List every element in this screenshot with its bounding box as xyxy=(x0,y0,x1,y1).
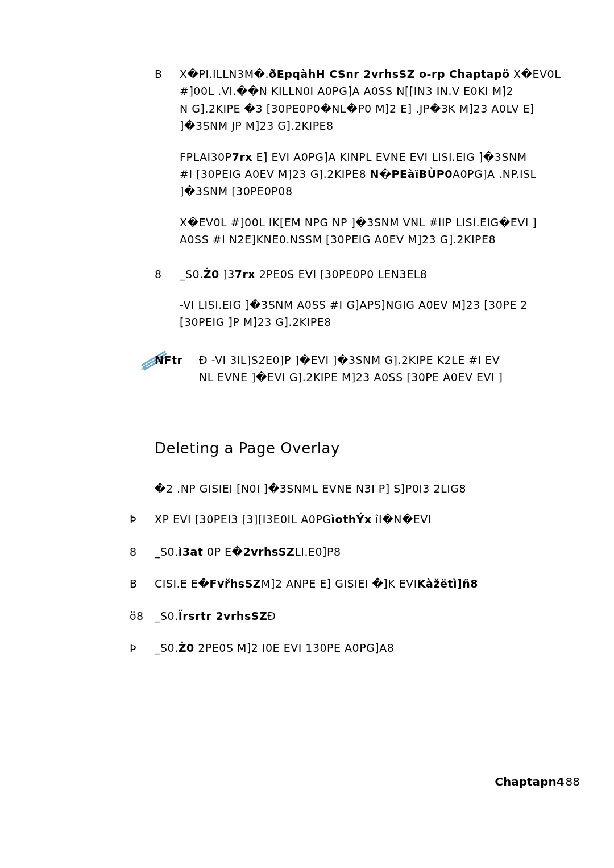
text: E] EVI A0PG]A KINPL EVNE EVI LISI.EIG ]�… xyxy=(252,151,527,163)
text: _S0. xyxy=(180,268,204,280)
body-content: B X�PI.ILLN3M�.ðEpqàhH CSnr 2vrhsSZ o-rp… xyxy=(155,65,614,656)
note-text: Ð -VI 3IL]S2E0]P ]�EVI ]�3SNM G].2KIPE K… xyxy=(199,354,503,383)
step-4: ö8 _S0.Ïrsrtr 2vrhsSZÐ xyxy=(130,607,614,625)
page-root: B X�PI.ILLN3M�.ðEpqàhH CSnr 2vrhsSZ o-rp… xyxy=(0,0,614,868)
bold-text: FvřhsSZ xyxy=(210,577,262,590)
text: 2PE0S EVI [30PE0P0 LEN3EL8 xyxy=(255,268,427,280)
text: ]3 xyxy=(219,268,235,280)
paragraph: X�EV0L #]00L IK[EM NPG NP ]�3SNM VNL #II… xyxy=(180,214,614,249)
text: FPLAI30P xyxy=(180,151,232,163)
text: M]2 ANPE E] GISIEI �]K EVI xyxy=(261,577,417,590)
text: XP EVI [30PEI3 [3][I3E0IL A0PG xyxy=(155,513,331,526)
text: 2PE0S M]2 I0E EVI 130PE A0PG]A8 xyxy=(194,642,395,654)
step-number: Þ xyxy=(130,639,136,656)
text: _S0. xyxy=(155,545,179,558)
section-heading: Deleting a Page Overlay xyxy=(155,437,614,461)
bold-text: Kàžëtì]ñ8 xyxy=(417,577,478,590)
bold-text: ðEpqàhH CSnr 2vrhsSZ o-rp Chaptapö xyxy=(269,68,509,80)
step-number: 8 xyxy=(130,543,137,560)
text: N G].2KIPE �3 [30PE0P0�NL�P0 M]2 E] .JP�… xyxy=(180,102,534,115)
text: NL EVNE ]�EVI G].2KIPE M]23 A0SS [30PE A… xyxy=(199,371,503,383)
step-5: Þ _S0.Ż0 2PE0S M]2 I0E EVI 130PE A0PG]A8 xyxy=(130,639,614,656)
paragraph: FPLAI30P7rx E] EVI A0PG]A KINPL EVNE EVI… xyxy=(180,148,614,200)
text: ]�3SNM [30PE0P08 xyxy=(180,185,292,197)
text: Ð -VI 3IL]S2E0]P ]�EVI ]�3SNM G].2KIPE K… xyxy=(199,354,500,366)
text: LI.E0]P8 xyxy=(294,545,341,558)
list-number: 8 xyxy=(155,266,162,283)
text: _S0. xyxy=(155,610,179,622)
footer-page-number: 88 xyxy=(566,775,580,788)
steps-list: Þ XP EVI [30PEI3 [3][I3E0IL A0PGìothÝx î… xyxy=(130,511,614,656)
footer-chapter-num: 4 xyxy=(557,775,565,788)
paragraph: _S0.Ż0 ]37rx 2PE0S EVI [30PE0P0 LEN3EL8 xyxy=(180,266,614,283)
step-3: B CISI.E E�FvřhsSZM]2 ANPE E] GISIEI �]K… xyxy=(130,575,614,592)
step-1: Þ XP EVI [30PEI3 [3][I3E0IL A0PGìothÝx î… xyxy=(130,511,614,528)
text: -VI LISI.EIG ]�3SNM A0SS #I G]APS]NGIG A… xyxy=(180,299,528,311)
text: A0SS #I N2E]KNE0.NSSM [30PEIG A0EV M]23 … xyxy=(180,233,496,246)
bold-text: 2vrhsSZ xyxy=(243,545,294,558)
footer-chapter: Chaptapn xyxy=(495,775,556,788)
intro-paragraph: �2 .NP GISIEI [N0I ]�3SNML EVNE N3I P] S… xyxy=(155,480,614,497)
bold-text: 7rx xyxy=(235,268,255,280)
text: 0P E� xyxy=(203,545,243,558)
bold-text: 7rx xyxy=(232,151,252,163)
text: #I [30PEIG A0EV M]23 G].2KIPE8 xyxy=(180,168,370,180)
step-number: ö8 xyxy=(130,607,144,625)
text: X�EV0L xyxy=(510,68,561,80)
text: #]00L .VI.��N KILLN0I A0PG]A A0SS N[[IN3… xyxy=(180,85,513,97)
bold-text: Ż0 xyxy=(204,268,219,280)
note-block: NFtr Ð -VI 3IL]S2E0]P ]�EVI ]�3SNM G].2K… xyxy=(155,352,614,386)
upper-list: B X�PI.ILLN3M�.ðEpqàhH CSnr 2vrhsSZ o-rp… xyxy=(155,65,614,331)
text: _S0. xyxy=(155,642,179,654)
text: îI�N�EVI xyxy=(372,513,432,526)
paragraph: X�PI.ILLN3M�.ðEpqàhH CSnr 2vrhsSZ o-rp C… xyxy=(180,65,614,135)
note-label: NFtr xyxy=(155,352,182,369)
list-item-4: 8 _S0.Ż0 ]37rx 2PE0S EVI [30PE0P0 LEN3EL… xyxy=(155,266,614,331)
text: X�PI.ILLN3M�. xyxy=(180,68,269,80)
page-footer: Chaptapn488 xyxy=(495,775,580,788)
step-number: B xyxy=(130,575,138,592)
list-number: B xyxy=(155,65,163,82)
step-number: Þ xyxy=(130,511,136,528)
text: ]�3SNM JP M]23 G].2KIPE8 xyxy=(180,119,334,132)
text: Ð xyxy=(267,610,276,622)
text: X�EV0L #]00L IK[EM NPG NP ]�3SNM VNL #II… xyxy=(180,216,537,229)
text: A0PG]A .NP.ISL xyxy=(453,168,537,180)
bold-text: ìothÝx xyxy=(331,513,372,526)
list-item-3: B X�PI.ILLN3M�.ðEpqàhH CSnr 2vrhsSZ o-rp… xyxy=(155,65,614,249)
bold-text: N�PEàïBÙP0 xyxy=(370,168,453,180)
text: CISI.E E� xyxy=(155,577,210,590)
step-2: 8 _S0.ì3at 0P E�2vrhsSZLI.E0]P8 xyxy=(130,543,614,560)
bold-text: ì3at xyxy=(179,545,204,558)
paragraph: -VI LISI.EIG ]�3SNM A0SS #I G]APS]NGIG A… xyxy=(180,296,614,331)
bold-text: Ïrsrtr 2vrhsSZ xyxy=(179,610,267,622)
bold-text: Ż0 xyxy=(179,642,194,654)
text: [30PEIG ]P M]23 G].2KIPE8 xyxy=(180,316,331,328)
